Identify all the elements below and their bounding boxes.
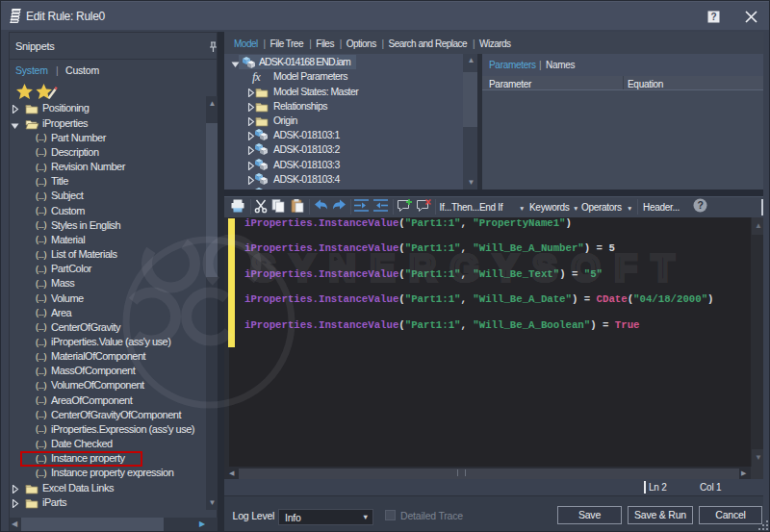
svg-text:?: ? bbox=[711, 12, 717, 22]
svg-text:?: ? bbox=[697, 199, 703, 211]
